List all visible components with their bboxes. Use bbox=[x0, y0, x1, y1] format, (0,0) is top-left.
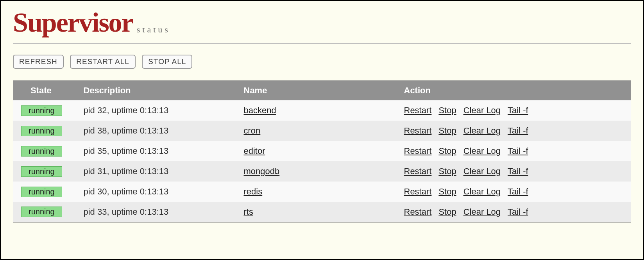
action-cell: RestartStopClear LogTail -f bbox=[400, 202, 631, 222]
action-cell: RestartStopClear LogTail -f bbox=[400, 100, 631, 121]
tail-f-link[interactable]: Tail -f bbox=[508, 105, 528, 115]
clear-log-link[interactable]: Clear Log bbox=[463, 146, 501, 156]
description-cell: pid 31, uptime 0:13:13 bbox=[80, 161, 240, 182]
clear-log-link[interactable]: Clear Log bbox=[463, 166, 501, 176]
clear-log-link[interactable]: Clear Log bbox=[463, 105, 501, 115]
action-cell: RestartStopClear LogTail -f bbox=[400, 182, 631, 202]
col-header-description: Description bbox=[80, 81, 240, 101]
description-cell: pid 35, uptime 0:13:13 bbox=[80, 141, 240, 161]
description-cell: pid 33, uptime 0:13:13 bbox=[80, 202, 240, 222]
state-cell: running bbox=[13, 121, 80, 141]
process-name-link[interactable]: backend bbox=[244, 105, 276, 115]
description-cell: pid 32, uptime 0:13:13 bbox=[80, 100, 240, 121]
col-header-name: Name bbox=[240, 81, 400, 101]
name-cell: editor bbox=[240, 141, 400, 161]
name-cell: rts bbox=[240, 202, 400, 222]
state-badge: running bbox=[21, 187, 62, 197]
table-row: runningpid 31, uptime 0:13:13mongodbRest… bbox=[13, 161, 631, 182]
clear-log-link[interactable]: Clear Log bbox=[463, 187, 501, 196]
clear-log-link[interactable]: Clear Log bbox=[463, 126, 501, 135]
tail-f-link[interactable]: Tail -f bbox=[508, 187, 528, 196]
table-row: runningpid 32, uptime 0:13:13backendRest… bbox=[13, 100, 631, 121]
stop-all-button[interactable]: STOP ALL bbox=[142, 55, 192, 69]
restart-link[interactable]: Restart bbox=[404, 146, 432, 156]
page-subtitle: status bbox=[137, 25, 170, 35]
state-cell: running bbox=[13, 141, 80, 161]
stop-link[interactable]: Stop bbox=[438, 105, 456, 115]
table-row: runningpid 33, uptime 0:13:13rtsRestartS… bbox=[13, 202, 631, 222]
toolbar: REFRESH RESTART ALL STOP ALL bbox=[13, 55, 631, 69]
table-row: runningpid 35, uptime 0:13:13editorResta… bbox=[13, 141, 631, 161]
name-cell: backend bbox=[240, 100, 400, 121]
col-header-action: Action bbox=[400, 81, 631, 101]
restart-link[interactable]: Restart bbox=[404, 187, 432, 196]
stop-link[interactable]: Stop bbox=[438, 166, 456, 176]
state-badge: running bbox=[21, 126, 62, 136]
clear-log-link[interactable]: Clear Log bbox=[463, 207, 501, 217]
restart-all-button[interactable]: RESTART ALL bbox=[70, 55, 136, 69]
process-name-link[interactable]: cron bbox=[244, 126, 261, 135]
process-name-link[interactable]: mongodb bbox=[244, 166, 280, 176]
name-cell: redis bbox=[240, 182, 400, 202]
process-name-link[interactable]: redis bbox=[244, 187, 263, 196]
stop-link[interactable]: Stop bbox=[438, 126, 456, 135]
restart-link[interactable]: Restart bbox=[404, 105, 432, 115]
table-row: runningpid 30, uptime 0:13:13redisRestar… bbox=[13, 182, 631, 202]
supervisor-logo: Supervisor bbox=[13, 9, 133, 36]
restart-link[interactable]: Restart bbox=[404, 207, 432, 217]
tail-f-link[interactable]: Tail -f bbox=[508, 126, 528, 135]
tail-f-link[interactable]: Tail -f bbox=[508, 146, 528, 156]
restart-link[interactable]: Restart bbox=[404, 166, 432, 176]
state-badge: running bbox=[21, 207, 62, 217]
process-name-link[interactable]: rts bbox=[244, 207, 253, 217]
refresh-button[interactable]: REFRESH bbox=[13, 55, 64, 69]
table-row: runningpid 38, uptime 0:13:13cronRestart… bbox=[13, 121, 631, 141]
state-cell: running bbox=[13, 182, 80, 202]
restart-link[interactable]: Restart bbox=[404, 126, 432, 135]
tail-f-link[interactable]: Tail -f bbox=[508, 207, 528, 217]
name-cell: mongodb bbox=[240, 161, 400, 182]
action-cell: RestartStopClear LogTail -f bbox=[400, 121, 631, 141]
action-cell: RestartStopClear LogTail -f bbox=[400, 141, 631, 161]
state-badge: running bbox=[21, 146, 62, 157]
state-badge: running bbox=[21, 166, 62, 177]
stop-link[interactable]: Stop bbox=[438, 187, 456, 196]
process-table: State Description Name Action runningpid… bbox=[13, 80, 631, 223]
state-cell: running bbox=[13, 161, 80, 182]
description-cell: pid 38, uptime 0:13:13 bbox=[80, 121, 240, 141]
tail-f-link[interactable]: Tail -f bbox=[508, 166, 528, 176]
description-cell: pid 30, uptime 0:13:13 bbox=[80, 182, 240, 202]
page-header: Supervisor status bbox=[13, 1, 631, 43]
col-header-state: State bbox=[13, 81, 80, 101]
process-name-link[interactable]: editor bbox=[244, 146, 265, 156]
state-cell: running bbox=[13, 202, 80, 222]
action-cell: RestartStopClear LogTail -f bbox=[400, 161, 631, 182]
stop-link[interactable]: Stop bbox=[438, 207, 456, 217]
stop-link[interactable]: Stop bbox=[438, 146, 456, 156]
table-header-row: State Description Name Action bbox=[13, 81, 631, 101]
state-cell: running bbox=[13, 100, 80, 121]
header-divider bbox=[13, 43, 631, 44]
state-badge: running bbox=[21, 105, 62, 116]
name-cell: cron bbox=[240, 121, 400, 141]
